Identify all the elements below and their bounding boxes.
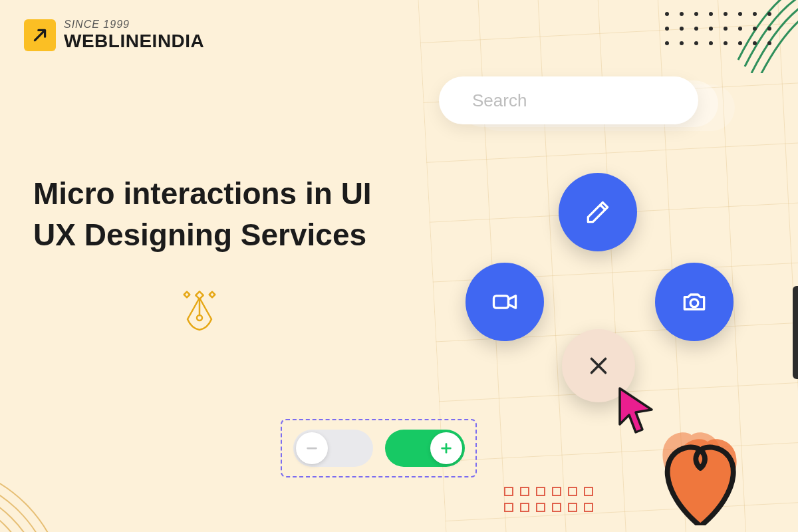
page-title: Micro interactions in UI UX Designing Se… — [33, 173, 379, 255]
search-input[interactable] — [472, 90, 688, 111]
logo-since: SINCE 1999 — [64, 19, 204, 31]
logo-mark — [24, 19, 56, 51]
logo-brand: WEBLINEINDIA — [64, 31, 204, 52]
edge-accent — [793, 286, 798, 379]
toggle-knob — [296, 432, 328, 464]
svg-point-18 — [0, 463, 66, 532]
arrow-icon — [31, 27, 49, 44]
pencil-icon — [583, 198, 612, 227]
camera-button[interactable] — [655, 263, 733, 341]
svg-rect-2 — [196, 291, 203, 299]
edit-button[interactable] — [559, 173, 637, 251]
arc-decoration — [0, 430, 100, 532]
square-grid-decoration — [504, 487, 593, 512]
plus-icon — [439, 441, 454, 456]
svg-point-17 — [0, 473, 57, 532]
toggle-off[interactable] — [293, 430, 373, 467]
heart-icon — [638, 412, 751, 525]
svg-rect-7 — [494, 296, 509, 308]
minus-icon — [305, 441, 319, 456]
dot-grid-decoration — [665, 12, 771, 45]
toggle-on[interactable] — [385, 430, 465, 467]
fab-cluster — [459, 173, 745, 412]
svg-point-14 — [0, 503, 27, 532]
svg-rect-4 — [209, 292, 215, 297]
toggle-knob — [430, 432, 462, 464]
camera-icon — [680, 287, 709, 317]
close-icon — [587, 354, 610, 378]
search-bar[interactable] — [439, 76, 698, 124]
video-button[interactable] — [466, 263, 544, 341]
video-icon — [490, 287, 519, 317]
toggle-group — [281, 419, 477, 477]
svg-rect-3 — [184, 292, 190, 297]
svg-point-8 — [690, 299, 698, 307]
pen-tool-icon — [173, 287, 226, 340]
svg-point-16 — [0, 483, 47, 532]
logo: SINCE 1999 WEBLINEINDIA — [24, 19, 204, 52]
